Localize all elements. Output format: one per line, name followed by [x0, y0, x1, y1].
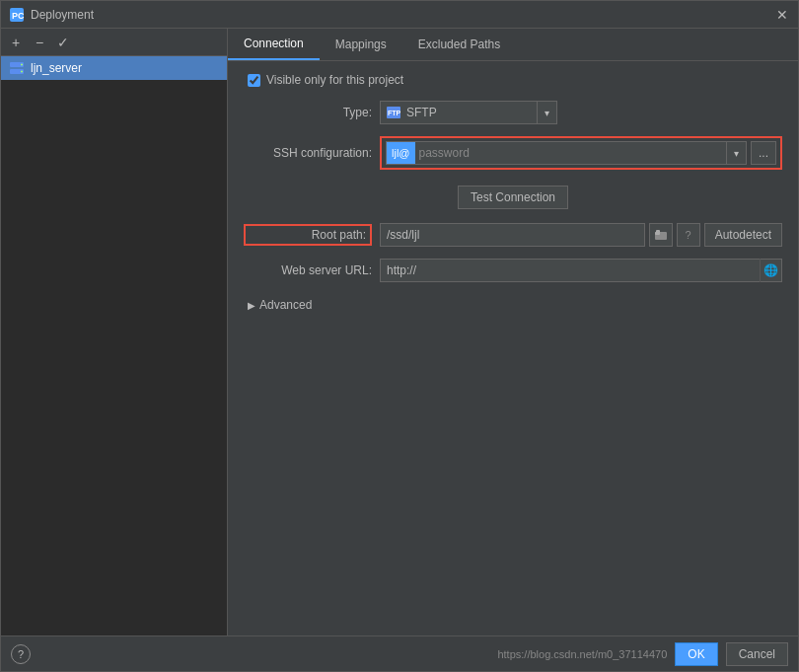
status-link: https://blog.csdn.net/m0_37114470 — [497, 648, 667, 660]
svg-point-5 — [21, 71, 23, 73]
svg-text:PC: PC — [12, 11, 25, 21]
type-label: Type: — [244, 106, 372, 119]
svg-point-4 — [21, 64, 23, 66]
ssh-password-placeholder: password — [419, 146, 470, 160]
visible-only-label: Visible only for this project — [266, 73, 403, 87]
autodetect-button[interactable]: Autodetect — [704, 223, 782, 247]
bottom-bar: ? https://blog.csdn.net/m0_37114470 OK C… — [1, 635, 798, 671]
test-connection-button[interactable]: Test Connection — [458, 186, 568, 209]
connection-panel: Visible only for this project Type: FTP — [228, 61, 798, 635]
root-path-input[interactable] — [380, 223, 645, 247]
add-button[interactable]: + — [5, 32, 27, 53]
web-url-input[interactable] — [381, 261, 760, 280]
web-url-label: Web server URL: — [244, 263, 372, 277]
sftp-icon: FTP — [387, 106, 402, 119]
server-icon — [9, 60, 25, 76]
ssh-config-row: SSH configuration: ljl@ password ▾ ... — [244, 136, 782, 170]
main-content: + − ✓ ljn_server Connecti — [1, 29, 798, 635]
help-button[interactable]: ? — [11, 644, 31, 664]
test-connection-row: Test Connection — [244, 186, 782, 209]
sidebar-toolbar: + − ✓ — [1, 29, 227, 56]
type-select[interactable]: FTP SFTP — [380, 101, 538, 124]
window-title: Deployment — [31, 8, 774, 22]
ssh-user-highlight: ljl@ — [387, 142, 415, 164]
advanced-label: Advanced — [259, 298, 312, 312]
advanced-row[interactable]: ▶ Advanced — [248, 296, 782, 314]
sidebar-item-ljn-server[interactable]: ljn_server — [1, 56, 227, 80]
app-icon: PC — [9, 7, 25, 23]
root-path-label: Root path: — [312, 228, 366, 242]
server-name: ljn_server — [31, 61, 82, 75]
help-icon-button[interactable]: ? — [677, 223, 700, 247]
type-control: FTP SFTP ▾ — [380, 101, 782, 124]
close-button[interactable]: ✕ — [774, 7, 790, 23]
ssh-label: SSH configuration: — [244, 146, 372, 160]
browse-folder-button[interactable] — [649, 223, 673, 247]
web-icon: 🌐 — [760, 259, 781, 282]
confirm-button[interactable]: ✓ — [52, 32, 74, 53]
svg-text:FTP: FTP — [388, 110, 400, 116]
type-value: SFTP — [406, 106, 437, 119]
root-path-buttons: ? Autodetect — [649, 223, 782, 247]
remove-button[interactable]: − — [29, 32, 50, 53]
ssh-config-highlight: ljl@ password ▾ ... — [380, 136, 782, 170]
ssh-more-button[interactable]: ... — [751, 141, 776, 165]
tab-excluded-paths[interactable]: Excluded Paths — [402, 29, 516, 60]
type-select-wrapper: FTP SFTP ▾ — [380, 101, 557, 124]
ssh-dropdown-arrow[interactable]: ▾ — [727, 141, 747, 165]
right-panel: Connection Mappings Excluded Paths Visib… — [228, 29, 798, 635]
web-server-url-row: Web server URL: 🌐 — [244, 259, 782, 282]
title-bar: PC Deployment ✕ — [1, 1, 798, 29]
type-row: Type: FTP SFTP — [244, 101, 782, 124]
root-path-row: Root path: ? Autodetect — [244, 223, 782, 247]
root-path-label-wrapper: Root path: — [244, 224, 372, 246]
svg-rect-10 — [656, 230, 660, 233]
ok-button[interactable]: OK — [675, 642, 717, 666]
sidebar: + − ✓ ljn_server — [1, 29, 228, 635]
type-dropdown-arrow[interactable]: ▾ — [538, 101, 557, 124]
web-url-input-wrapper: 🌐 — [380, 259, 782, 282]
advanced-arrow-icon: ▶ — [248, 300, 255, 311]
tab-connection[interactable]: Connection — [228, 29, 320, 60]
visible-only-checkbox[interactable] — [248, 74, 260, 87]
tab-bar: Connection Mappings Excluded Paths — [228, 29, 798, 61]
ssh-input[interactable]: ljl@ password — [386, 141, 727, 165]
visible-only-row: Visible only for this project — [248, 73, 782, 87]
tab-mappings[interactable]: Mappings — [320, 29, 402, 60]
cancel-button[interactable]: Cancel — [726, 642, 788, 666]
deployment-window: PC Deployment ✕ + − ✓ — [0, 0, 799, 672]
bottom-right: https://blog.csdn.net/m0_37114470 OK Can… — [497, 642, 788, 666]
